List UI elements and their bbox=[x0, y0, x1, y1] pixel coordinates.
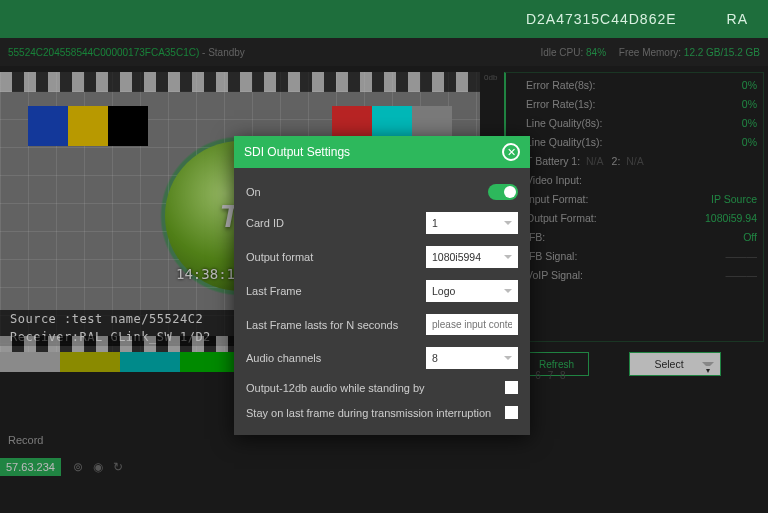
stat-row: Line Quality(1s):0% bbox=[526, 132, 757, 151]
output-format-label: Output format bbox=[246, 251, 426, 263]
mem-label: Free Memory: bbox=[619, 47, 681, 58]
on-label: On bbox=[246, 186, 488, 198]
on-toggle[interactable] bbox=[488, 184, 518, 200]
cpu-value: 84% bbox=[586, 47, 606, 58]
sdi-settings-modal: SDI Output Settings ✕ On Card ID 1 Outpu… bbox=[234, 136, 530, 435]
modal-title: SDI Output Settings bbox=[244, 145, 350, 159]
card-id-label: Card ID bbox=[246, 217, 426, 229]
top-header: D2A47315C44D862E RA bbox=[0, 0, 768, 38]
select-button[interactable]: Select bbox=[629, 352, 721, 376]
out12db-label: Output-12db audio while standing by bbox=[246, 382, 505, 394]
audio-ch-select[interactable]: 8 bbox=[426, 347, 518, 369]
stay-label: Stay on last frame during transmission i… bbox=[246, 407, 505, 419]
timecode: 14:38:1 bbox=[176, 266, 235, 282]
refresh-icon[interactable]: ↻ bbox=[113, 460, 123, 474]
mem-value: 12.2 GB/15.2 GB bbox=[684, 47, 760, 58]
stat-row: Error Rate(8s):0% bbox=[526, 75, 757, 94]
signal-icon: ⊚ bbox=[73, 460, 83, 474]
cpu-label: Idle CPU: bbox=[540, 47, 583, 58]
last-frame-select[interactable]: Logo bbox=[426, 280, 518, 302]
last-n-label: Last Frame lasts for N seconds bbox=[246, 319, 426, 331]
output-format-select[interactable]: 1080i5994 bbox=[426, 246, 518, 268]
stat-row: IFB Signal:——— bbox=[526, 246, 757, 265]
header-right-cut: RA bbox=[727, 11, 748, 27]
card-id-select[interactable]: 1 bbox=[426, 212, 518, 234]
device-id: D2A47315C44D862E bbox=[526, 11, 677, 27]
stat-row: VoIP Signal:——— bbox=[526, 265, 757, 284]
ip-badge: 57.63.234 bbox=[0, 458, 61, 476]
stat-row: Output Format:1080i59.94 bbox=[526, 208, 757, 227]
globe-icon: ◉ bbox=[93, 460, 103, 474]
status-text: Standby bbox=[208, 47, 245, 58]
session-id: 55524C204558544C00000173FCA35C1C) bbox=[8, 47, 199, 58]
stat-row: Line Quality(8s):0% bbox=[526, 113, 757, 132]
status-bar: 55524C204558544C00000173FCA35C1C) - Stan… bbox=[0, 38, 768, 66]
stay-checkbox[interactable] bbox=[505, 406, 518, 419]
last-n-input[interactable] bbox=[426, 314, 518, 335]
stat-row: T Battery 1: N/A 2: N/A bbox=[526, 151, 757, 170]
last-frame-label: Last Frame bbox=[246, 285, 426, 297]
out12db-checkbox[interactable] bbox=[505, 381, 518, 394]
stat-row: Video Input: bbox=[526, 170, 757, 189]
stat-row: IFB:Off bbox=[526, 227, 757, 246]
close-icon[interactable]: ✕ bbox=[502, 143, 520, 161]
stat-row: Input Format:IP Source bbox=[526, 189, 757, 208]
stat-row: Error Rate(1s):0% bbox=[526, 94, 757, 113]
audio-ch-label: Audio channels bbox=[246, 352, 426, 364]
record-label: Record bbox=[8, 434, 43, 446]
stats-panel: 0db -20db -40db Error Rate(8s):0%Error R… bbox=[504, 72, 764, 342]
